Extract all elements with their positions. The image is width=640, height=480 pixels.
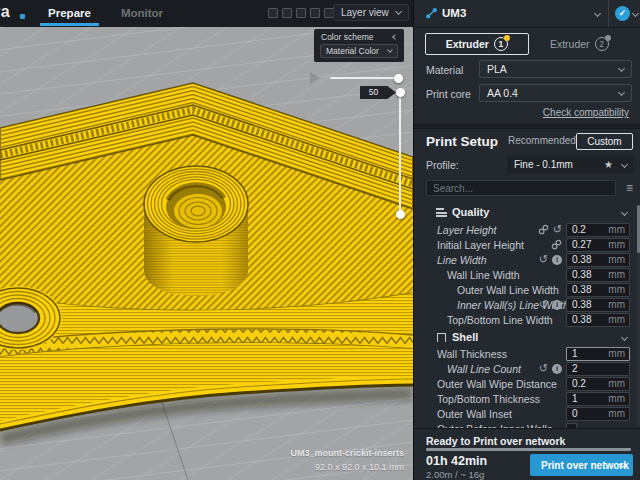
setting-top-bottom-thickness[interactable]: Top/Bottom Thickness 1mm [414, 391, 640, 406]
view-front-icon[interactable] [282, 8, 292, 18]
path-slider-handle[interactable] [394, 74, 403, 83]
setting-line-width[interactable]: Line Width ↺ i 0.38mm [414, 252, 640, 267]
cura-app: ra Prepare Monitor Layer view [0, 0, 640, 480]
view-left-icon[interactable] [310, 8, 320, 18]
settings-list[interactable]: Quality Layer Height ↺ 0.2mm Initial Lay… [414, 203, 640, 428]
print-setup-title: Print Setup [426, 134, 498, 149]
filter-menu-icon[interactable]: ≡ [626, 181, 633, 195]
cura-logo-dot [20, 14, 25, 19]
network-printer-icon [425, 7, 438, 20]
setting-outer-wall-inset[interactable]: Outer Wall Inset 0mm [414, 406, 640, 421]
cura-logo: ra [0, 3, 10, 21]
link-icon [538, 224, 549, 235]
shell-section-icon [437, 333, 446, 342]
status-text: Ready to Print over network [426, 435, 565, 447]
section-shell-title: Shell [452, 331, 478, 343]
search-row: ≡ [426, 180, 633, 196]
section-shell[interactable]: Shell [414, 330, 640, 346]
revert-icon[interactable]: ↺ [539, 299, 548, 310]
machine-chevron-icon [594, 10, 601, 17]
setting-wall-thickness[interactable]: Wall Thickness 1mm [414, 346, 640, 361]
tab-active-underline [40, 23, 99, 26]
color-scheme-panel: Color scheme Material Color [314, 29, 404, 62]
material-row: Material PLA [425, 60, 630, 78]
tab-prepare[interactable]: Prepare [40, 0, 99, 27]
layer-slider-upper-handle[interactable] [396, 88, 405, 97]
print-time: 01h 42min [426, 454, 487, 468]
custom-mode-button[interactable]: Custom [576, 133, 633, 150]
layer-slider[interactable] [399, 92, 401, 215]
setting-outer-before-inner-walls[interactable]: Outer Before Inner Walls [414, 421, 640, 428]
top-bar: ra Prepare Monitor Layer view [0, 0, 413, 27]
chevron-down-icon [618, 89, 625, 96]
chevron-down-icon [618, 65, 625, 72]
extruder-1-tab[interactable]: Extruder 1 [425, 33, 529, 55]
profile-dropdown[interactable]: Fine - 0.1mm ★ [507, 156, 633, 173]
print-over-network-button[interactable]: Print over network [530, 454, 633, 476]
print-core-dropdown[interactable]: AA 0.4 [479, 84, 632, 102]
setting-layer-height[interactable]: Layer Height ↺ 0.2mm [414, 222, 640, 237]
connection-chevron-icon[interactable] [632, 10, 639, 17]
view-3d-icon[interactable] [268, 8, 278, 18]
connection-status-icon[interactable]: ✓ [615, 6, 630, 21]
search-input[interactable] [426, 180, 616, 196]
setting-inner-walls-line-width[interactable]: Inner Wall(s) Line Width ↺ i 0.38mm [414, 297, 640, 312]
check-compatibility-link[interactable]: Check compatibility [543, 107, 629, 118]
extruder-tabs: Extruder 1 Extruder 2 [425, 33, 630, 55]
setting-outer-wall-wipe-distance[interactable]: Outer Wall Wipe Distance 0.2mm [414, 376, 640, 391]
extruder-1-number: 1 [494, 37, 508, 51]
color-scheme-value: Material Color [326, 46, 379, 56]
revert-icon[interactable]: ↺ [539, 254, 548, 265]
tab-prepare-label: Prepare [48, 7, 91, 19]
slice-progress-bar [426, 448, 631, 451]
extruder-2-tab[interactable]: Extruder 2 [529, 33, 631, 55]
color-scheme-dropdown[interactable]: Material Color [320, 44, 398, 58]
tab-monitor-label: Monitor [121, 7, 163, 19]
setting-wall-line-count[interactable]: Wall Line Count ↺ i 2 [414, 361, 640, 376]
setting-top-bottom-line-width[interactable]: Top/Bottom Line Width 0.38mm [414, 312, 640, 327]
print-core-value: AA 0.4 [487, 87, 518, 99]
profile-value: Fine - 0.1mm [514, 159, 573, 170]
setup-mode-toggle: Recommended Custom [508, 133, 633, 150]
star-icon: ★ [604, 156, 613, 173]
cylinder-boss [144, 166, 248, 296]
machine-selector[interactable]: UM3 ✓ [414, 0, 640, 28]
model-dimensions: 92.0 x 92.0 x 10.1 mm [290, 462, 404, 472]
setting-initial-layer-height[interactable]: Initial Layer Height 0.27mm [414, 237, 640, 252]
setting-outer-wall-line-width[interactable]: Outer Wall Line Width 0.38mm [414, 282, 640, 297]
collapse-panel-icon[interactable] [392, 34, 398, 40]
header-divider [608, 0, 609, 27]
material-usage: 2.00m / ~ 16g [426, 469, 484, 480]
section-quality[interactable]: Quality [414, 205, 640, 221]
material-dropdown[interactable]: PLA [479, 60, 632, 78]
extruder-2-material-dot [605, 35, 611, 41]
print-core-row: Print core AA 0.4 [425, 84, 630, 102]
view-mode-value: Layer view [341, 7, 389, 18]
info-icon[interactable]: i [552, 300, 562, 310]
revert-icon[interactable]: ↺ [553, 224, 562, 235]
viewport-3d[interactable]: Color scheme Material Color 50 UM3_mount… [0, 27, 413, 480]
color-scheme-title: Color scheme [321, 32, 373, 42]
info-icon[interactable]: i [552, 364, 562, 374]
tab-monitor[interactable]: Monitor [118, 0, 166, 27]
extruder-1-label: Extruder [446, 38, 489, 50]
extruder-2-label: Extruder [550, 38, 590, 50]
setting-wall-line-width[interactable]: Wall Line Width 0.38mm [414, 267, 640, 282]
revert-icon[interactable]: ↺ [539, 363, 548, 374]
view-mode-dropdown[interactable]: Layer view [333, 4, 409, 21]
extruder-1-material-dot [504, 35, 510, 41]
view-top-icon[interactable] [296, 8, 306, 18]
path-slider[interactable] [330, 77, 399, 79]
info-icon[interactable]: i [552, 255, 562, 265]
layer-slider-lower-handle[interactable] [396, 210, 405, 219]
sidebar-panel: UM3 ✓ Extruder 1 Extruder 2 [413, 0, 640, 480]
recommended-mode-button[interactable]: Recommended [508, 133, 576, 150]
layer-play-button[interactable] [310, 72, 320, 84]
section-divider [414, 124, 640, 129]
chevron-down-icon [621, 209, 628, 216]
link-icon [551, 239, 562, 250]
build-plate-scene [0, 27, 413, 480]
material-label: Material [426, 64, 463, 76]
profile-row: Profile: Fine - 0.1mm ★ [426, 156, 633, 173]
material-value: PLA [487, 63, 507, 75]
